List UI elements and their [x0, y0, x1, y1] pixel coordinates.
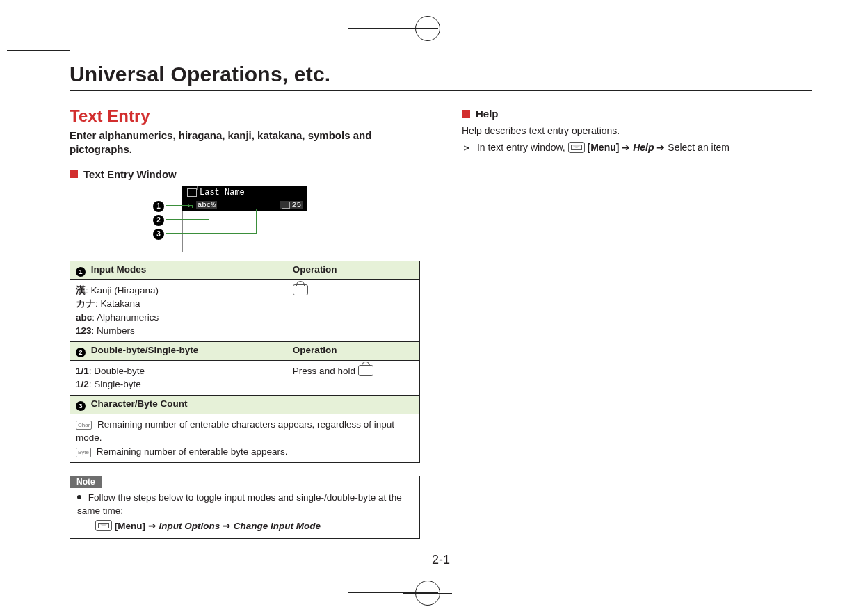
abc-symbol: abc	[76, 312, 92, 323]
press-hold-text: Press and hold	[293, 366, 358, 376]
note-tab: Note	[70, 476, 102, 488]
leader-line	[166, 233, 256, 234]
screenshot-statusbar: ▸ abc½ 25	[182, 200, 307, 211]
page-number: 2-1	[70, 553, 812, 567]
katakana-symbol: カナ	[76, 298, 95, 309]
screenshot-title: Last Name	[200, 188, 245, 197]
subsection-title: Text Entry Window	[83, 168, 177, 180]
counter-icon	[282, 202, 290, 209]
note-step-a: Input Options	[159, 521, 220, 531]
square-bullet-icon	[70, 170, 78, 178]
arrow-icon: ➔	[223, 521, 234, 531]
single-byte-symbol: 1/2	[76, 379, 89, 389]
num-label: : Numbers	[92, 325, 135, 336]
single-byte-label: : Single-byte	[89, 379, 141, 389]
bullet-icon	[77, 495, 81, 499]
registration-target-icon	[415, 581, 440, 606]
tv-key-icon	[293, 284, 308, 295]
mail-key-icon	[568, 142, 585, 153]
row2-callout-num: 2	[76, 348, 86, 357]
crop-mark	[70, 597, 70, 615]
input-modes-cell: 漢: Kanji (Hiragana) カナ: Katakana abc: Al…	[70, 279, 287, 341]
leader-line	[166, 205, 192, 206]
help-desc: Help describes text entry operations.	[462, 125, 812, 136]
byte-count-icon: Byte	[76, 448, 91, 457]
crop-mark	[784, 590, 847, 590]
help-title: Help	[476, 108, 499, 120]
note-menu: [Menu]	[115, 521, 145, 531]
char-count-icon: Char	[76, 421, 92, 430]
callout-2: 2	[153, 215, 164, 226]
count-line1: Remaining number of enterable characters…	[76, 419, 394, 444]
left-column: Text Entry Enter alphanumerics, hiragana…	[70, 106, 420, 539]
arrow-icon: ➔	[148, 521, 159, 531]
help-step: ＞ In text entry window, [Menu] ➔ Help ➔ …	[462, 140, 812, 155]
count-value: 25	[292, 201, 301, 209]
double-byte-symbol: 1/1	[76, 366, 89, 376]
crop-mark	[7, 590, 70, 590]
crop-mark	[7, 50, 70, 51]
num-symbol: 123	[76, 325, 92, 336]
row2-header-left: Double-byte/Single-byte	[91, 345, 199, 355]
crop-mark	[784, 597, 784, 615]
screenshot-titlebar: Last Name	[182, 186, 307, 200]
row2-header-right: Operation	[287, 341, 419, 360]
katakana-label: : Katakana	[95, 298, 140, 309]
count-line2: Remaining number of enterable byte appea…	[97, 446, 288, 457]
lead-text: Enter alphanumerics, hiragana, kanji, ka…	[70, 129, 420, 157]
row3-callout-num: 3	[76, 401, 86, 411]
note-step-b: Change Input Mode	[234, 521, 321, 531]
registration-target-icon	[415, 16, 440, 41]
kanji-label: : Kanji (Hiragana)	[86, 285, 159, 295]
chevron-icon: ＞	[462, 142, 472, 153]
callout-3: 3	[153, 229, 164, 240]
row1-header-left: Input Modes	[91, 264, 147, 275]
card-icon	[187, 188, 197, 197]
subsection-help: Help	[462, 108, 812, 120]
section-heading-text-entry: Text Entry	[70, 106, 420, 126]
help-step-help: Help	[633, 142, 654, 153]
note-text: Follow the steps below to toggle input m…	[77, 492, 402, 517]
mail-key-icon	[95, 520, 112, 531]
leader-line	[166, 219, 209, 220]
double-byte-label: : Double-byte	[89, 366, 145, 376]
count-badge: 25	[280, 201, 303, 209]
screenshot-entry-area	[182, 211, 307, 252]
arrow-icon: ➔	[656, 142, 668, 153]
byte-modes-cell: 1/1: Double-byte 1/2: Single-byte	[70, 360, 287, 395]
help-menu: [Menu]	[588, 142, 620, 153]
help-step-tail: Select an item	[668, 142, 730, 153]
row3-header: Character/Byte Count	[91, 398, 188, 409]
abc-label: : Alphanumerics	[92, 312, 159, 323]
leader-line	[256, 209, 257, 234]
mode-badge: abc½	[196, 201, 217, 209]
page: Universal Operations, etc. Text Entry En…	[0, 0, 854, 616]
input-modes-operation	[287, 279, 419, 341]
tv-key-icon	[358, 365, 373, 376]
subsection-text-entry-window: Text Entry Window	[70, 168, 420, 180]
right-column: Help Help describes text entry operation…	[462, 106, 812, 539]
spec-table: 1 Input Modes Operation 漢: Kanji (Hiraga…	[70, 261, 420, 463]
square-bullet-icon	[462, 110, 470, 118]
kanji-symbol: 漢	[76, 285, 86, 295]
row1-callout-num: 1	[76, 267, 86, 277]
leader-line	[192, 205, 193, 208]
crop-mark	[70, 7, 70, 50]
row1-header-right: Operation	[287, 261, 419, 279]
chapter-title: Universal Operations, etc.	[70, 63, 812, 91]
note-box: Note Follow the steps below to toggle in…	[70, 476, 420, 540]
callout-1: 1	[153, 201, 164, 212]
leader-line	[209, 209, 209, 220]
byte-operation-cell: Press and hold	[287, 360, 419, 395]
count-desc-cell: Char Remaining number of enterable chara…	[70, 414, 420, 462]
text-entry-window-figure: 1 2 3 Last Name ▸ abc½	[182, 186, 307, 252]
help-step-prefix: In text entry window,	[477, 142, 568, 153]
content-area: Universal Operations, etc. Text Entry En…	[70, 63, 812, 574]
arrow-icon: ➔	[622, 142, 633, 153]
